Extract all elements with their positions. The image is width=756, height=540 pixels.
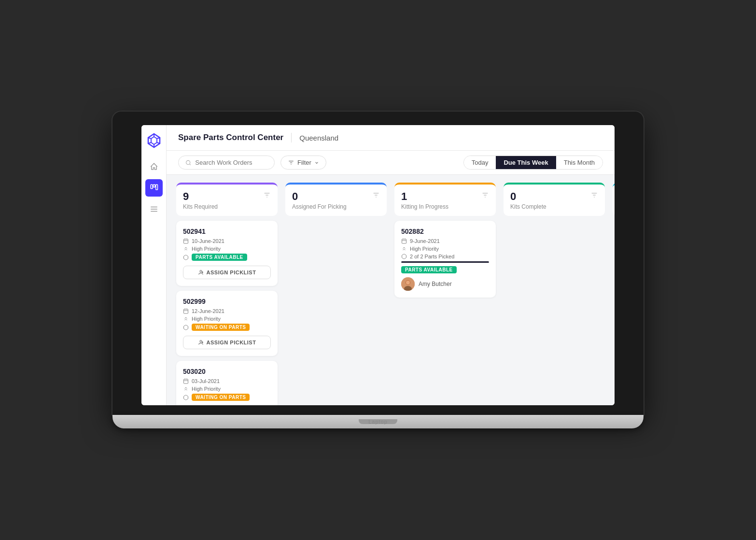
screen-bezel: Spare Parts Control Center Queensland bbox=[112, 112, 644, 415]
svg-rect-22 bbox=[184, 239, 188, 243]
avatar-illustration bbox=[401, 277, 415, 291]
card-badge-row-502999: WAITING ON PARTS bbox=[183, 324, 271, 331]
card-priority-503020: High Priority bbox=[183, 386, 271, 392]
column-kitting-in-progress: 1 Kitting In Progress 502882 bbox=[394, 183, 496, 398]
priority-icon-4 bbox=[401, 246, 407, 252]
sidebar-item-home[interactable] bbox=[145, 158, 163, 175]
laptop-label: Laptop bbox=[368, 419, 388, 425]
sidebar bbox=[141, 125, 167, 405]
card-date-503020: 03-Jul-2021 bbox=[183, 378, 271, 384]
col-count-assigned-for-picking: 0 bbox=[292, 191, 347, 202]
card-badge-row-502941: PARTS AVAILABLE bbox=[183, 254, 271, 261]
filter-button[interactable]: Filter bbox=[280, 156, 326, 170]
parts-progress-bar-502882 bbox=[401, 261, 489, 263]
svg-point-56 bbox=[406, 281, 410, 284]
card-id-502941: 502941 bbox=[183, 227, 271, 235]
priority-icon-2 bbox=[183, 316, 189, 322]
tab-due-this-week[interactable]: Due This Week bbox=[496, 156, 556, 169]
card-date-502999: 12-June-2021 bbox=[183, 308, 271, 314]
column-kits-required: 9 Kits Required 502941 bbox=[176, 183, 278, 398]
card-priority-502999: High Priority bbox=[183, 316, 271, 322]
location-label: Queensland bbox=[299, 134, 338, 142]
col-label-kitting-in-progress: Kitting In Progress bbox=[401, 203, 448, 210]
priority-icon bbox=[183, 246, 189, 252]
column-assigned-for-picking: 0 Assigned For Picking bbox=[285, 183, 387, 398]
search-icon bbox=[185, 159, 191, 166]
add-person-icon bbox=[198, 270, 204, 275]
tab-today[interactable]: Today bbox=[464, 156, 496, 169]
avatar-amy-butcher bbox=[401, 277, 415, 291]
svg-rect-10 bbox=[155, 185, 157, 190]
column-kits-complete: 0 Kits Complete bbox=[504, 183, 605, 398]
badge-502999: WAITING ON PARTS bbox=[192, 324, 250, 331]
page-title: Spare Parts Control Center bbox=[178, 133, 283, 142]
box-icon-2 bbox=[183, 325, 189, 330]
card-id-502882: 502882 bbox=[401, 227, 489, 235]
calendar-icon-3 bbox=[183, 378, 189, 384]
col-filter-icon-kits-required[interactable] bbox=[263, 191, 271, 200]
col-filter-icon-kitting[interactable] bbox=[481, 191, 489, 200]
col-label-kits-complete: Kits Complete bbox=[510, 203, 546, 210]
svg-line-15 bbox=[190, 164, 191, 165]
box-icon-4 bbox=[401, 254, 407, 259]
svg-marker-1 bbox=[151, 137, 157, 144]
svg-point-26 bbox=[200, 270, 202, 272]
search-input[interactable] bbox=[195, 159, 267, 166]
svg-point-14 bbox=[186, 160, 190, 164]
card-503020[interactable]: 503020 03-Jul-2021 bbox=[176, 361, 278, 405]
col-label-kits-required: Kits Required bbox=[183, 203, 218, 210]
calendar-icon-4 bbox=[401, 238, 407, 244]
laptop-base: Laptop bbox=[112, 415, 644, 428]
filter-icon bbox=[288, 159, 294, 166]
svg-rect-36 bbox=[184, 379, 188, 384]
card-502941[interactable]: 502941 10-June-2021 bbox=[176, 221, 278, 286]
sidebar-item-kanban[interactable] bbox=[145, 179, 163, 197]
col-filter-icon-assigned[interactable] bbox=[372, 191, 380, 200]
badge-502941: PARTS AVAILABLE bbox=[192, 254, 247, 261]
parts-progress-fill-502882 bbox=[401, 261, 489, 263]
svg-rect-8 bbox=[151, 185, 153, 188]
add-person-icon-2 bbox=[198, 340, 204, 345]
kanban-board: 9 Kits Required 502941 bbox=[167, 175, 615, 405]
column-kits-picked: 0 Kits Picked bbox=[613, 183, 615, 398]
column-header-kits-complete: 0 Kits Complete bbox=[504, 183, 605, 216]
card-502882[interactable]: 502882 9-June-2021 bbox=[394, 221, 496, 298]
badge-502882: PARTS AVAILABLE bbox=[401, 266, 457, 273]
card-date-502941: 10-June-2021 bbox=[183, 238, 271, 244]
chevron-down-icon bbox=[314, 160, 319, 165]
svg-rect-9 bbox=[153, 185, 155, 187]
svg-rect-49 bbox=[402, 239, 406, 243]
assignee-name-502882: Amy Butcher bbox=[419, 281, 452, 287]
col-filter-icon-kits-complete[interactable] bbox=[590, 191, 598, 200]
assignee-row-502882: Amy Butcher bbox=[401, 277, 489, 291]
app-logo[interactable] bbox=[146, 133, 162, 148]
card-priority-502882: High Priority bbox=[401, 246, 489, 252]
assign-picklist-btn-502999[interactable]: ASSIGN PICKLIST bbox=[183, 336, 271, 349]
card-502999[interactable]: 502999 12-June-2021 bbox=[176, 291, 278, 356]
box-icon bbox=[183, 255, 189, 260]
card-id-502999: 502999 bbox=[183, 298, 271, 305]
assign-picklist-btn-502941[interactable]: ASSIGN PICKLIST bbox=[183, 266, 271, 279]
main-content: Spare Parts Control Center Queensland bbox=[167, 125, 615, 405]
column-header-kits-required: 9 Kits Required bbox=[176, 183, 278, 216]
card-date-502882: 9-June-2021 bbox=[401, 238, 489, 244]
header-divider bbox=[291, 133, 292, 142]
filter-label: Filter bbox=[297, 159, 311, 166]
header: Spare Parts Control Center Queensland bbox=[167, 125, 615, 151]
tab-this-month[interactable]: This Month bbox=[556, 156, 602, 169]
card-parts-picked-502882: 2 of 2 Parts Picked bbox=[401, 254, 489, 259]
calendar-icon bbox=[183, 238, 189, 244]
sidebar-item-list[interactable] bbox=[145, 200, 163, 218]
column-header-assigned-for-picking: 0 Assigned For Picking bbox=[285, 183, 387, 216]
search-box[interactable] bbox=[178, 156, 275, 170]
priority-icon-3 bbox=[183, 386, 189, 392]
screen: Spare Parts Control Center Queensland bbox=[141, 125, 615, 405]
date-tabs: Today Due This Week This Month bbox=[463, 156, 603, 170]
svg-rect-29 bbox=[184, 309, 188, 313]
badge-503020: WAITING ON PARTS bbox=[192, 394, 250, 401]
laptop-frame: Spare Parts Control Center Queensland bbox=[112, 112, 644, 428]
box-icon-3 bbox=[183, 395, 189, 400]
col-count-kits-required: 9 bbox=[183, 191, 218, 202]
col-count-kits-complete: 0 bbox=[510, 191, 546, 202]
card-priority-502941: High Priority bbox=[183, 246, 271, 252]
